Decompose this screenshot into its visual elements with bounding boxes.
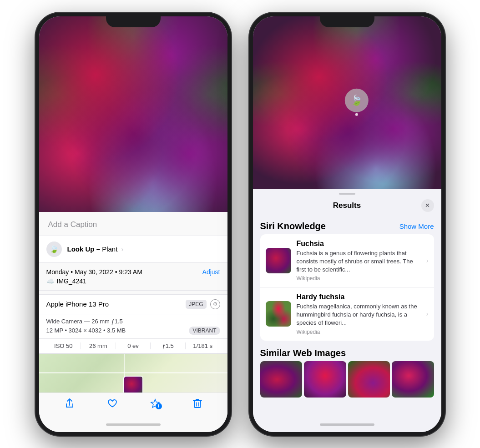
results-panel: Results ✕ Siri Knowledge Show More Fuchs… (253, 189, 441, 418)
cloud-icon: ☁️ (46, 277, 54, 285)
hardy-name: Hardy fuchsia (297, 293, 421, 301)
camera-spec: Wide Camera — 26 mm ƒ1.5 (46, 318, 220, 325)
photo-info-scroll[interactable]: Add a Caption 🍃 Look Up – Plant › Monday… (39, 212, 227, 393)
device-row: Apple iPhone 13 Pro JPEG ⚙ (39, 295, 227, 314)
home-bar-2 (253, 418, 441, 432)
map-photo-thumb (123, 376, 143, 393)
visual-lookup-leaf: 🍃 (350, 94, 363, 106)
exif-row: ISO 50 26 mm 0 ev ƒ1.5 1/181 s (39, 339, 227, 353)
vibrant-badge: VIBRANT (189, 327, 220, 335)
home-indicator-2 (320, 423, 374, 426)
visual-lookup-dot (355, 113, 358, 116)
phone-screen-1: Add a Caption 🍃 Look Up – Plant › Monday… (39, 16, 227, 432)
hardy-content: Hardy fuchsia Fuchsia magellanica, commo… (297, 293, 421, 335)
device-name: Apple iPhone 13 Pro (46, 300, 109, 308)
visual-lookup-icon: 🍃 (46, 242, 62, 257)
lookup-label[interactable]: Look Up – Plant › (67, 245, 124, 253)
fuchsia-source: Wikipedia (297, 275, 421, 282)
phone-notch-2 (320, 13, 374, 27)
mp-spec: 12 MP • 3024 × 4032 • 3.5 MB (46, 327, 126, 334)
format-badge: JPEG (186, 300, 206, 309)
exif-focal: 26 mm (81, 342, 116, 349)
exif-iso: ISO 50 (46, 342, 81, 349)
caption-placeholder[interactable]: Add a Caption (48, 220, 97, 229)
toolbar: i (39, 393, 227, 418)
map-preview[interactable] (39, 354, 227, 393)
show-more-button[interactable]: Show More (399, 222, 434, 230)
date-text: Monday • May 30, 2022 • 9:23 AM (46, 268, 142, 276)
hardy-fuchsia-item[interactable]: Hardy fuchsia Fuchsia magellanica, commo… (260, 287, 434, 341)
results-header: Results ✕ (253, 195, 441, 217)
fuchsia-item[interactable]: Fuchsia Fuchsia is a genus of flowering … (260, 234, 434, 288)
phone-2: 🍃 Results ✕ Siri Knowledge Show More (249, 13, 445, 436)
fuchsia-thumbnail (266, 248, 291, 273)
leaf-icon: 🍃 (50, 245, 59, 253)
hardy-chevron: › (426, 310, 429, 317)
delete-button[interactable] (193, 398, 202, 408)
info-button[interactable]: i (150, 398, 160, 408)
device-badges: JPEG ⚙ (186, 299, 220, 309)
exif-aperture: ƒ1.5 (151, 342, 186, 349)
siri-knowledge-title: Siri Knowledge (260, 221, 326, 232)
similar-image-2[interactable] (304, 361, 346, 398)
photo-display-2[interactable]: 🍃 (253, 16, 441, 189)
similar-image-3[interactable] (348, 361, 390, 398)
siri-knowledge-header: Siri Knowledge Show More (253, 217, 441, 234)
date-section: Monday • May 30, 2022 • 9:23 AM Adjust ☁… (39, 263, 227, 291)
similar-image-1[interactable] (260, 361, 303, 398)
device-section: Apple iPhone 13 Pro JPEG ⚙ Wide Camera —… (39, 294, 227, 354)
lookup-row[interactable]: 🍃 Look Up – Plant › (39, 236, 227, 263)
similar-images-row[interactable] (253, 361, 441, 398)
caption-area[interactable]: Add a Caption (39, 212, 227, 236)
share-button[interactable] (65, 398, 75, 408)
hardy-source: Wikipedia (297, 329, 421, 335)
hardy-description: Fuchsia magellanica, commonly known as t… (297, 302, 421, 327)
gear-icon[interactable]: ⚙ (210, 299, 220, 309)
fuchsia-chevron: › (426, 257, 429, 264)
similar-images-title: Similar Web Images (253, 344, 441, 361)
filename: IMG_4241 (57, 277, 86, 285)
fuchsia-content: Fuchsia Fuchsia is a genus of flowering … (297, 240, 421, 282)
close-button[interactable]: ✕ (421, 199, 434, 212)
info-icon-container: i (150, 398, 160, 408)
knowledge-card: Fuchsia Fuchsia is a genus of flowering … (260, 234, 434, 341)
lookup-chevron: › (121, 246, 124, 253)
phone-notch (106, 13, 161, 27)
photo-display-1[interactable] (39, 16, 227, 212)
exif-ev: 0 ev (116, 342, 151, 349)
results-title: Results (273, 201, 421, 210)
camera-spec-row: Wide Camera — 26 mm ƒ1.5 12 MP • 3024 × … (39, 314, 227, 339)
fuchsia-description: Fuchsia is a genus of flowering plants t… (297, 249, 421, 274)
home-indicator-1 (106, 423, 161, 426)
map-road-h (39, 372, 227, 373)
results-scroll[interactable]: Siri Knowledge Show More Fuchsia Fuchsia… (253, 217, 441, 418)
adjust-button[interactable]: Adjust (202, 268, 220, 276)
similar-image-4[interactable] (392, 361, 434, 398)
info-badge: i (156, 403, 162, 409)
phone-screen-2: 🍃 Results ✕ Siri Knowledge Show More (253, 16, 441, 432)
home-bar-1 (39, 418, 227, 432)
hardy-thumbnail (266, 301, 291, 327)
favorite-button[interactable] (107, 398, 117, 408)
exif-shutter: 1/181 s (186, 342, 220, 349)
fuchsia-name: Fuchsia (297, 240, 421, 248)
lookup-subject: Plant (102, 245, 117, 253)
phone-1: Add a Caption 🍃 Look Up – Plant › Monday… (35, 13, 231, 436)
visual-lookup-button[interactable]: 🍃 (344, 88, 368, 112)
